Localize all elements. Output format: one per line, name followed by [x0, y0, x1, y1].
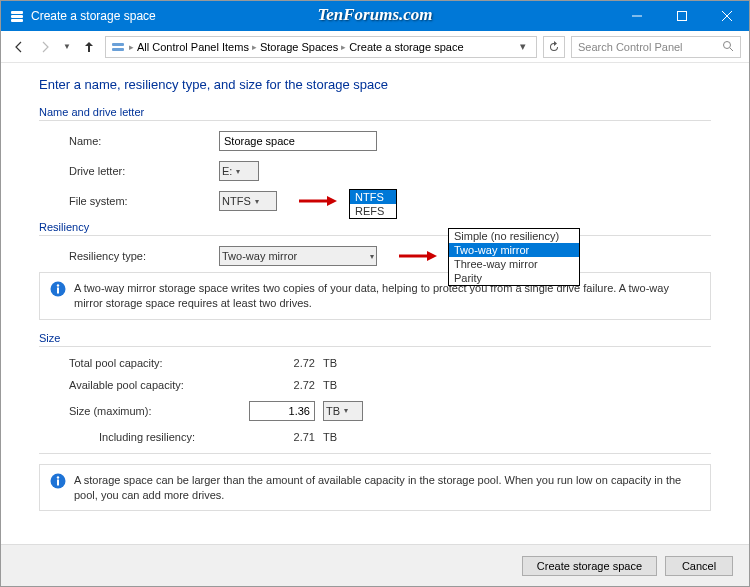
- divider: [39, 453, 711, 454]
- breadcrumb-item[interactable]: All Control Panel Items: [137, 41, 249, 53]
- resiliency-info-box: A two-way mirror storage space writes tw…: [39, 272, 711, 320]
- chevron-down-icon: ▾: [344, 406, 348, 415]
- total-pool-value: 2.72: [249, 357, 315, 369]
- size-info-box: A storage space can be larger than the a…: [39, 464, 711, 512]
- search-input[interactable]: Search Control Panel: [571, 36, 741, 58]
- page-title: Enter a name, resiliency type, and size …: [39, 77, 711, 92]
- info-icon: [50, 473, 66, 489]
- filesystem-dropdown-open[interactable]: NTFS REFS: [349, 189, 397, 219]
- svg-rect-2: [11, 19, 23, 22]
- svg-marker-12: [327, 196, 337, 206]
- size-max-input[interactable]: [249, 401, 315, 421]
- cancel-button[interactable]: Cancel: [665, 556, 733, 576]
- breadcrumb[interactable]: ▸ All Control Panel Items ▸ Storage Spac…: [105, 36, 537, 58]
- available-pool-label: Available pool capacity:: [69, 379, 249, 391]
- dropdown-option[interactable]: Two-way mirror: [449, 243, 579, 257]
- svg-rect-17: [57, 288, 59, 294]
- minimize-button[interactable]: [614, 1, 659, 31]
- section-heading-name-drive: Name and drive letter: [39, 106, 711, 118]
- window-title: Create a storage space: [31, 9, 614, 23]
- dropdown-option[interactable]: REFS: [350, 204, 396, 218]
- filesystem-select[interactable]: NTFS▾: [219, 191, 277, 211]
- total-pool-unit: TB: [315, 357, 337, 369]
- drive-letter-label: Drive letter:: [69, 165, 219, 177]
- chevron-down-icon: ▾: [370, 252, 374, 261]
- filesystem-label: File system:: [69, 195, 219, 207]
- name-input[interactable]: [219, 131, 377, 151]
- svg-rect-1: [11, 15, 23, 18]
- dropdown-option[interactable]: NTFS: [350, 190, 396, 204]
- divider: [39, 346, 711, 347]
- svg-rect-20: [57, 479, 59, 485]
- resiliency-type-label: Resiliency type:: [69, 250, 219, 262]
- close-button[interactable]: [704, 1, 749, 31]
- breadcrumb-dropdown-icon[interactable]: ▾: [514, 40, 532, 53]
- svg-rect-8: [112, 48, 124, 51]
- back-button[interactable]: [9, 37, 29, 57]
- maximize-button[interactable]: [659, 1, 704, 31]
- dropdown-option[interactable]: Three-way mirror: [449, 257, 579, 271]
- navigation-toolbar: ▼ ▸ All Control Panel Items ▸ Storage Sp…: [1, 31, 749, 63]
- forward-button[interactable]: [35, 37, 55, 57]
- search-placeholder: Search Control Panel: [578, 41, 683, 53]
- info-icon: [50, 281, 66, 297]
- name-label: Name:: [69, 135, 219, 147]
- including-resiliency-value: 2.71: [249, 431, 315, 443]
- including-resiliency-label: Including resiliency:: [99, 431, 249, 443]
- arrow-annotation: [397, 249, 437, 263]
- resiliency-dropdown-open[interactable]: Simple (no resiliency) Two-way mirror Th…: [448, 228, 580, 286]
- divider: [39, 120, 711, 121]
- total-pool-label: Total pool capacity:: [69, 357, 249, 369]
- search-icon: [722, 40, 734, 54]
- dropdown-option[interactable]: Parity: [449, 271, 579, 285]
- chevron-right-icon: ▸: [341, 42, 346, 52]
- size-unit-select[interactable]: TB▾: [323, 401, 363, 421]
- button-bar: Create storage space Cancel: [1, 544, 749, 586]
- resiliency-info-text: A two-way mirror storage space writes tw…: [74, 281, 700, 311]
- svg-rect-7: [112, 43, 124, 46]
- chevron-down-icon: ▾: [236, 167, 240, 176]
- up-button[interactable]: [79, 37, 99, 57]
- breadcrumb-item[interactable]: Create a storage space: [349, 41, 463, 53]
- section-heading-resiliency: Resiliency: [39, 221, 711, 233]
- svg-point-16: [57, 284, 59, 286]
- drive-letter-select[interactable]: E:▾: [219, 161, 259, 181]
- svg-point-9: [724, 41, 731, 48]
- available-pool-unit: TB: [315, 379, 337, 391]
- size-info-text: A storage space can be larger than the a…: [74, 473, 700, 503]
- app-icon: [9, 8, 25, 24]
- divider: [39, 235, 711, 236]
- including-resiliency-unit: TB: [315, 431, 337, 443]
- available-pool-value: 2.72: [249, 379, 315, 391]
- section-heading-size: Size: [39, 332, 711, 344]
- svg-marker-14: [427, 251, 437, 261]
- content-area: Enter a name, resiliency type, and size …: [1, 63, 749, 511]
- svg-rect-4: [677, 12, 686, 21]
- svg-rect-0: [11, 11, 23, 14]
- breadcrumb-item[interactable]: Storage Spaces: [260, 41, 338, 53]
- create-storage-space-button[interactable]: Create storage space: [522, 556, 657, 576]
- svg-line-10: [730, 48, 733, 51]
- recent-locations-button[interactable]: ▼: [61, 37, 73, 57]
- refresh-button[interactable]: [543, 36, 565, 58]
- titlebar: Create a storage space: [1, 1, 749, 31]
- chevron-down-icon: ▾: [255, 197, 259, 206]
- storage-spaces-icon: [110, 39, 126, 55]
- size-max-label: Size (maximum):: [69, 405, 249, 417]
- arrow-annotation: [297, 194, 337, 208]
- chevron-right-icon: ▸: [252, 42, 257, 52]
- chevron-right-icon: ▸: [129, 42, 134, 52]
- svg-point-19: [57, 476, 59, 478]
- resiliency-type-select[interactable]: Two-way mirror▾: [219, 246, 377, 266]
- dropdown-option[interactable]: Simple (no resiliency): [449, 229, 579, 243]
